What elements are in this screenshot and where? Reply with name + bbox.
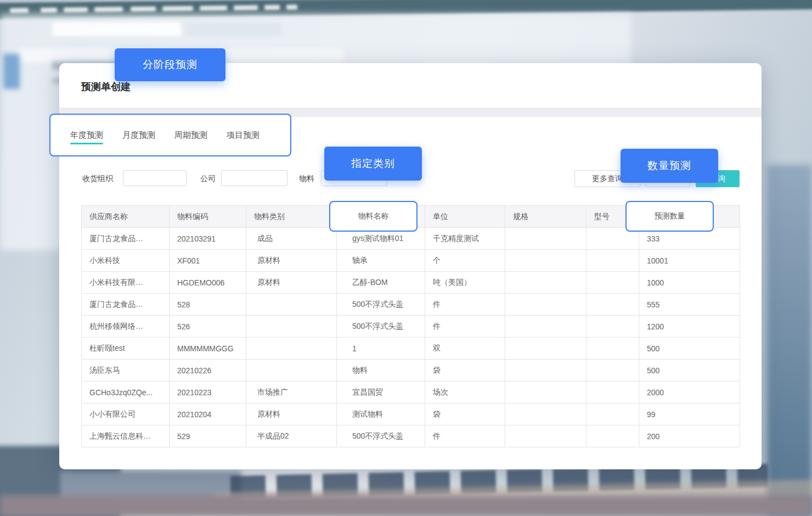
table-cell: 件	[425, 425, 505, 447]
table-cell: 半成品02	[246, 425, 337, 447]
table-row: 杜昕颐testMMMMMMGGG1双500	[82, 338, 740, 360]
table-cell: 500	[639, 338, 740, 360]
table-cell: 202103291	[170, 228, 246, 250]
table-cell: 原材料	[246, 272, 337, 294]
table-row: 小米科技XF001原材料轴承个10001	[82, 250, 740, 272]
table-cell: 529	[170, 425, 246, 447]
table-cell: 成品	[246, 228, 337, 250]
tab-period-forecast[interactable]: 周期预测	[174, 130, 207, 141]
table-cell: 乙醇-BOM	[337, 272, 425, 294]
table-cell: 袋	[425, 403, 505, 425]
tabs-highlight-box: 年度预测 月度预测 周期预测 项目预测	[49, 114, 291, 156]
table-cell	[587, 382, 639, 403]
column-header-1: 物料编码	[170, 206, 246, 228]
table-cell: XF001	[170, 250, 246, 272]
table-cell: 200	[639, 425, 740, 447]
table-cell	[505, 382, 587, 403]
table-cell: 上海甄云信息科…	[82, 425, 170, 447]
table-cell	[587, 403, 639, 425]
table-cell: 小米科技有限…	[82, 272, 170, 294]
table-cell: 10001	[639, 250, 740, 272]
table-cell: 汤臣东马	[82, 360, 170, 382]
screenshot-root: 预测单创建 收货组织 公司 物料 更多查询 查询 供应商名称物料编码物料类别物料…	[0, 0, 812, 516]
table-cell	[587, 250, 639, 272]
table-cell: 市场推广	[246, 382, 337, 403]
table-cell: 500不浮式头盖	[337, 294, 425, 316]
column-header-5: 规格	[505, 206, 587, 228]
table-cell: 杜昕颐test	[82, 338, 170, 360]
table-cell: 500不浮式头盖	[337, 425, 425, 447]
table-cell	[246, 316, 337, 338]
table-cell: 物料	[337, 360, 425, 382]
forecast-qty-highlight-box: 预测数量	[625, 201, 714, 232]
table-row: 小米科技有限…HGDEMO006原材料乙醇-BOM吨（美国）1000	[82, 272, 740, 294]
material-label: 物料	[299, 170, 314, 187]
table-cell	[505, 425, 587, 447]
table-cell: 宜昌国贸	[337, 382, 425, 403]
tab-project-forecast[interactable]: 项目预测	[227, 130, 260, 141]
table-row: 小小有限公司20210204原材料测试物料袋99	[82, 403, 740, 425]
table-cell: HGDEMO006	[170, 272, 246, 294]
table-cell: 杭州移领网络…	[82, 316, 170, 338]
table-row: 上海甄云信息科…529半成品02500不浮式头盖件200	[82, 425, 740, 447]
table-cell: 测试物料	[337, 403, 425, 425]
table-cell	[246, 360, 337, 382]
table-cell	[587, 425, 639, 447]
table-cell: 2000	[639, 382, 740, 403]
table-cell: 99	[639, 403, 740, 425]
table-cell	[505, 338, 587, 360]
table-cell: 厦门古龙食品…	[82, 294, 170, 316]
table-cell: 500	[639, 360, 740, 382]
table-cell: 20210204	[170, 403, 246, 425]
table-cell: 528	[170, 294, 246, 316]
table-cell: MMMMMMGGG	[170, 338, 246, 360]
callout-phased-forecast: 分阶段预测	[115, 48, 225, 81]
table-row: 杭州移领网络…526500不浮式头盖件1200	[82, 316, 740, 338]
table-cell	[587, 316, 639, 338]
table-cell	[246, 294, 337, 316]
table-cell: 个	[425, 250, 505, 272]
table-cell: 1200	[639, 316, 740, 338]
page-title: 预测单创建	[81, 80, 131, 94]
table-cell	[505, 228, 587, 250]
column-header-2: 物料类别	[246, 206, 337, 228]
material-name-highlight-box: 物料名称	[329, 201, 418, 232]
table-row: GCHo3Jzq0ZQe...20210223市场推广宜昌国贸场次2000	[82, 382, 740, 403]
table-cell	[505, 294, 587, 316]
table-cell	[587, 338, 639, 360]
table-cell	[505, 360, 587, 382]
table-cell: 小小有限公司	[82, 403, 170, 425]
main-panel: 预测单创建 收货组织 公司 物料 更多查询 查询 供应商名称物料编码物料类别物料…	[59, 63, 762, 469]
tab-monthly-forecast[interactable]: 月度预测	[122, 130, 155, 141]
table-cell	[505, 403, 587, 425]
table-cell: 袋	[425, 360, 505, 382]
forecast-table: 供应商名称物料编码物料类别物料名称单位规格型号预测数量 厦门古龙食品…20210…	[81, 205, 740, 447]
receiving-org-input[interactable]	[123, 170, 187, 186]
column-header-0: 供应商名称	[82, 206, 170, 228]
table-cell: 厦门古龙食品…	[82, 228, 170, 250]
table-row: 汤臣东马20210226物料袋500	[82, 360, 740, 382]
table-cell: 小米科技	[82, 250, 170, 272]
table-cell: 件	[425, 316, 505, 338]
column-header-4: 单位	[425, 206, 505, 228]
table-cell: 吨（美国）	[425, 272, 505, 294]
table-cell	[505, 250, 587, 272]
callout-specify-category: 指定类别	[324, 147, 422, 181]
table-cell: 场次	[425, 382, 505, 403]
company-label: 公司	[200, 170, 216, 187]
table-cell: 20210226	[170, 360, 246, 382]
table-row: 厦门古龙食品…528500不浮式头盖件555	[82, 294, 740, 316]
table-cell: 千克精度测试	[425, 228, 505, 250]
table-cell: 1	[337, 338, 425, 360]
table-cell: 526	[170, 316, 246, 338]
table-cell: 轴承	[337, 250, 425, 272]
table-cell	[246, 338, 337, 360]
table-cell: 20210223	[170, 382, 246, 403]
table-cell: 双	[425, 338, 505, 360]
company-input[interactable]	[221, 170, 287, 186]
table-cell	[587, 360, 639, 382]
tab-annual-forecast[interactable]: 年度预测	[70, 130, 103, 141]
table-cell: 500不浮式头盖	[337, 316, 425, 338]
table-cell: 1000	[639, 272, 740, 294]
table-cell	[587, 272, 639, 294]
